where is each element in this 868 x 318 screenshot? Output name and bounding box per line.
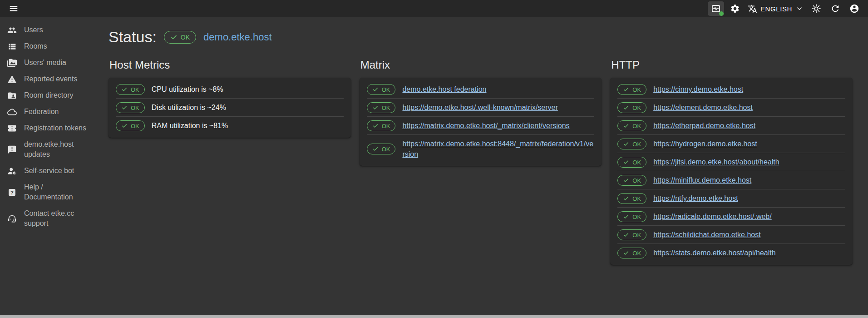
- health-check-link[interactable]: https://matrix.demo.etke.host:8448/_matr…: [402, 139, 594, 159]
- check-icon: [623, 86, 629, 93]
- ok-chip-label: OK: [632, 159, 641, 165]
- sidebar-item-icon: [7, 25, 17, 35]
- check-icon: [623, 232, 629, 238]
- sidebar: Users Rooms Users' media Reported events…: [0, 17, 100, 315]
- sidebar-item-icon: [7, 91, 17, 100]
- check-row: OK https://cinny.demo.etke.host: [610, 80, 853, 99]
- health-check-link[interactable]: https://jitsi.demo.etke.host/about/healt…: [653, 157, 779, 167]
- sidebar-item[interactable]: Contact etke.cc support: [0, 205, 100, 232]
- metric-text: CPU utilization is ~8%: [152, 85, 223, 94]
- ok-chip: OK: [367, 84, 396, 95]
- horizontal-scrollbar[interactable]: [0, 315, 868, 318]
- sidebar-item[interactable]: Reported events: [0, 71, 100, 87]
- ok-chip-label: OK: [632, 250, 641, 256]
- health-check-link[interactable]: https://ntfy.demo.etke.host: [653, 193, 738, 204]
- ok-chip-label: OK: [632, 123, 641, 129]
- check-icon: [372, 86, 379, 93]
- settings-button[interactable]: [727, 1, 743, 16]
- menu-button[interactable]: [5, 1, 22, 16]
- check-icon: [623, 214, 629, 220]
- sun-icon: [811, 4, 821, 14]
- ok-chip-label: OK: [632, 87, 641, 93]
- check-icon: [372, 146, 379, 152]
- ok-chip: OK: [617, 248, 646, 258]
- check-icon: [623, 104, 629, 111]
- ok-chip: OK: [367, 144, 396, 154]
- check-icon: [623, 141, 629, 147]
- sidebar-item-icon: [7, 145, 17, 154]
- sidebar-item-label: Room directory: [24, 90, 73, 100]
- health-check-link[interactable]: https://demo.etke.host/.well-known/matri…: [402, 102, 557, 113]
- check-row: OK https://etherpad.demo.etke.host: [610, 117, 853, 135]
- check-row: OK https://ntfy.demo.etke.host: [610, 189, 853, 208]
- health-check-link[interactable]: https://hydrogen.demo.etke.host: [653, 139, 757, 149]
- health-check-link[interactable]: https://etherpad.demo.etke.host: [653, 120, 755, 131]
- ok-chip-label: OK: [131, 105, 139, 111]
- sidebar-item-icon: [7, 188, 17, 197]
- sidebar-item[interactable]: Rooms: [0, 38, 100, 55]
- ok-chip-label: OK: [382, 123, 390, 129]
- sidebar-item[interactable]: Room directory: [0, 87, 100, 104]
- sidebar-item[interactable]: Users: [0, 22, 100, 38]
- health-check-link[interactable]: https://element.demo.etke.host: [653, 102, 753, 113]
- server-status-button[interactable]: [708, 1, 724, 16]
- sidebar-item[interactable]: Help / Documentation: [0, 179, 100, 205]
- host-link[interactable]: demo.etke.host: [203, 31, 271, 43]
- section-matrix: Matrix OK demo.etke.host federation: [360, 59, 602, 166]
- health-check-link[interactable]: https://schildichat.demo.etke.host: [653, 229, 761, 240]
- check-icon: [121, 104, 128, 111]
- sidebar-item[interactable]: demo.etke.host updates: [0, 136, 100, 163]
- check-icon: [623, 250, 629, 256]
- ok-chip: OK: [116, 84, 145, 95]
- check-icon: [623, 123, 629, 129]
- section-host-metrics: Host Metrics OK CPU utilization is ~8%: [108, 59, 351, 138]
- metric-row: OK RAM utilization is ~81%: [108, 117, 351, 135]
- ok-chip-label: OK: [382, 146, 390, 152]
- check-icon: [372, 104, 379, 111]
- check-row: OK https://matrix.demo.etke.host:8448/_m…: [360, 135, 602, 163]
- ok-chip-label: OK: [632, 141, 641, 147]
- ok-chip: OK: [617, 175, 646, 186]
- account-button[interactable]: [846, 1, 863, 16]
- theme-button[interactable]: [808, 1, 824, 16]
- check-icon: [623, 195, 629, 202]
- check-row: OK demo.etke.host federation: [360, 80, 602, 99]
- check-row: OK https://radicale.demo.etke.host/.web/: [610, 208, 853, 226]
- sidebar-item-label: Contact etke.cc support: [24, 209, 93, 229]
- refresh-button[interactable]: [827, 1, 843, 16]
- health-check-link[interactable]: https://radicale.demo.etke.host/.web/: [653, 211, 772, 222]
- health-check-link[interactable]: https://miniflux.demo.etke.host: [653, 175, 751, 185]
- check-row: OK https://demo.etke.host/.well-known/ma…: [360, 99, 602, 117]
- account-icon: [849, 4, 859, 14]
- ok-chip-label: OK: [382, 105, 390, 111]
- sidebar-item-icon: [7, 166, 17, 176]
- ok-chip-label: OK: [632, 105, 641, 111]
- sidebar-item-icon: [7, 214, 17, 224]
- app-bar-actions: ENGLISH: [708, 1, 863, 16]
- page-title: Status:: [108, 28, 157, 46]
- ok-chip-label: OK: [632, 214, 641, 220]
- ok-chip-label: OK: [131, 87, 139, 93]
- check-row: OK https://stats.demo.etke.host/api/heal…: [610, 244, 853, 262]
- sidebar-item-icon: [7, 75, 17, 84]
- ok-chip: OK: [367, 102, 396, 113]
- sidebar-item[interactable]: Registration tokens: [0, 120, 100, 136]
- sidebar-item-label: Users' media: [24, 58, 66, 68]
- ok-chip: OK: [617, 211, 646, 222]
- sidebar-item-label: Help / Documentation: [24, 182, 93, 202]
- health-check-link[interactable]: https://stats.demo.etke.host/api/health: [653, 248, 776, 258]
- check-icon: [170, 34, 178, 41]
- section-title-host-metrics: Host Metrics: [109, 59, 351, 71]
- ok-chip-label: OK: [632, 232, 641, 238]
- status-ok-chip: OK: [164, 31, 196, 44]
- health-check-link[interactable]: https://cinny.demo.etke.host: [653, 84, 743, 94]
- language-button[interactable]: ENGLISH: [746, 1, 805, 16]
- sidebar-item[interactable]: Users' media: [0, 55, 100, 71]
- main-content: Status: OK demo.etke.host Host Metrics O…: [100, 17, 868, 315]
- health-check-link[interactable]: demo.etke.host federation: [402, 84, 486, 94]
- sidebar-item[interactable]: Federation: [0, 104, 100, 120]
- translate-icon: [748, 4, 757, 14]
- health-check-link[interactable]: https://matrix.demo.etke.host/_matrix/cl…: [402, 120, 569, 131]
- sidebar-item[interactable]: Self-service bot: [0, 163, 100, 179]
- chevron-down-icon: [795, 5, 804, 13]
